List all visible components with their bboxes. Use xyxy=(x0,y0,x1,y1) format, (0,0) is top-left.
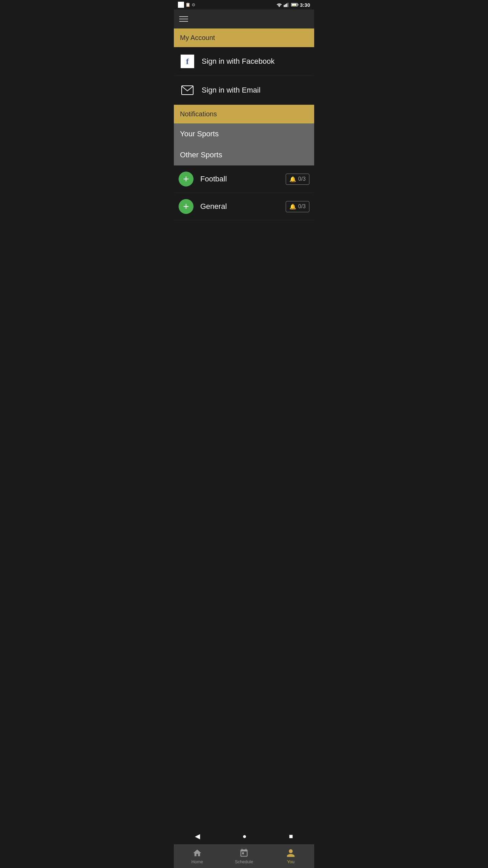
email-signin-label: Sign in with Email xyxy=(202,86,261,95)
svg-text:⚡: ⚡ xyxy=(293,4,296,7)
status-bar: 📋 ⊙ ⚡ 3:30 xyxy=(174,0,314,9)
general-notification-count: 0/3 xyxy=(298,203,306,210)
football-notification-count: 0/3 xyxy=(298,176,306,182)
top-navigation xyxy=(174,9,314,28)
status-bar-left: 📋 ⊙ xyxy=(178,2,195,8)
your-sports-header: Your Sports xyxy=(174,123,314,144)
svg-rect-0 xyxy=(284,5,285,7)
football-sport-item[interactable]: + Football 🔔 0/3 xyxy=(174,165,314,193)
svg-rect-1 xyxy=(285,4,286,7)
app-icon-3: ⊙ xyxy=(192,2,195,7)
signal-icon xyxy=(284,2,290,7)
svg-rect-3 xyxy=(287,3,288,7)
svg-rect-2 xyxy=(286,3,287,7)
general-notification-badge[interactable]: 🔔 0/3 xyxy=(286,201,309,212)
general-sport-item[interactable]: + General 🔔 0/3 xyxy=(174,193,314,220)
other-sports-header: Other Sports xyxy=(174,144,314,165)
general-label: General xyxy=(200,202,286,211)
status-icons: ⚡ 3:30 xyxy=(276,2,310,8)
football-notification-badge[interactable]: 🔔 0/3 xyxy=(286,174,309,185)
wifi-icon xyxy=(276,2,282,7)
svg-rect-5 xyxy=(298,4,298,5)
facebook-signin-label: Sign in with Facebook xyxy=(202,57,274,66)
football-bell-icon: 🔔 xyxy=(289,176,296,182)
email-signin-button[interactable]: Sign in with Email xyxy=(174,76,314,105)
notifications-header: Notifications xyxy=(174,105,314,123)
hamburger-menu-button[interactable] xyxy=(179,16,188,22)
my-account-header: My Account xyxy=(174,28,314,47)
account-menu-items: f Sign in with Facebook Sign in with Ema… xyxy=(174,47,314,105)
email-icon xyxy=(181,83,194,97)
content-area: My Account f Sign in with Facebook Sign … xyxy=(174,28,314,304)
facebook-icon: f xyxy=(181,55,194,68)
football-add-button[interactable]: + xyxy=(179,172,194,186)
time-display: 3:30 xyxy=(300,2,310,8)
svg-rect-8 xyxy=(182,86,193,95)
general-add-button[interactable]: + xyxy=(179,199,194,214)
general-bell-icon: 🔔 xyxy=(289,203,296,210)
app-icon-2: 📋 xyxy=(185,2,190,7)
battery-icon: ⚡ xyxy=(291,2,299,7)
facebook-signin-button[interactable]: f Sign in with Facebook xyxy=(174,47,314,76)
app-icon-1 xyxy=(178,2,184,8)
football-label: Football xyxy=(200,175,286,183)
